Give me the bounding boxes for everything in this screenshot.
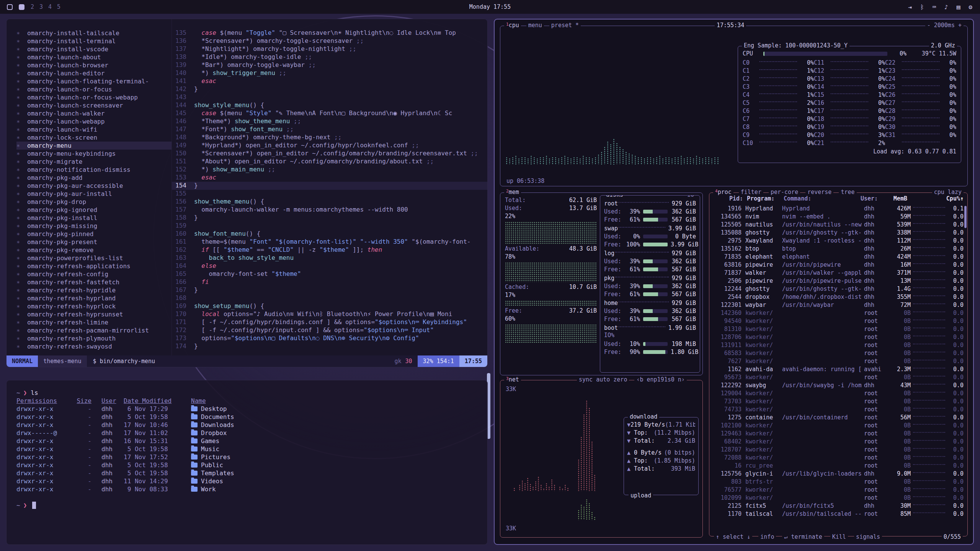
code-line[interactable]: 147 *Font*) show_font_menu ;;	[172, 126, 487, 134]
code-line[interactable]: 161 theme=$(menu "Font" "$(omarchy-font-…	[172, 238, 487, 246]
code-line[interactable]: 154}	[172, 182, 487, 190]
file-item[interactable]: ∗omarchy-migrate	[16, 158, 172, 166]
process-row[interactable]: 1275 containe /usr/bin/containerd root 5…	[712, 413, 964, 421]
process-row[interactable]: 131911 kworker/ root 0B 0.0	[712, 341, 964, 349]
code-line[interactable]: 150 *Screensaver*) open_in_editor ~/.con…	[172, 150, 487, 158]
file-item[interactable]: ∗omarchy-refresh-swayosd	[16, 342, 172, 350]
file-item[interactable]: ∗omarchy-install-vscode	[16, 45, 172, 53]
process-row[interactable]: 63816 pipewire /usr/bin/pipewire dhh 16M…	[712, 261, 964, 269]
process-row[interactable]: 122292 swaybg /usr/bin/swaybg -i /hom dh…	[712, 381, 964, 389]
file-item[interactable]: ∗omarchy-refresh-plymouth	[16, 334, 172, 342]
file-item[interactable]: ∗omarchy-launch-wifi	[16, 126, 172, 134]
code-line[interactable]: 139 *Bar*) omarchy-toggle-waybar ;;	[172, 61, 487, 69]
process-row[interactable]: 128707 kworker/ root 0B 0.0	[712, 445, 964, 453]
process-row[interactable]: 2975 Xwayland Xwayland :1 -rootless - dh…	[712, 236, 964, 245]
cpu-menu-tab[interactable]: menu	[526, 22, 544, 29]
net-tabs[interactable]: sync auto zero	[577, 376, 629, 383]
process-row[interactable]: 1916 Hyprland Hyprland dhh 426M 0.1	[712, 204, 964, 212]
col-program[interactable]: Program:	[743, 195, 784, 202]
process-row[interactable]: 95673 kworker/ root 0B 0.0	[712, 373, 964, 381]
file-item[interactable]: ∗omarchy-pkg-add	[16, 174, 172, 182]
process-row[interactable]: 76577 kworker/ root 0B 0.0	[712, 486, 964, 494]
tray-icon[interactable]: ▤	[957, 3, 960, 11]
tray-icon[interactable]: ♪	[944, 3, 948, 11]
code-line[interactable]: 146 *Theme*) show_theme_menu ;;	[172, 117, 487, 126]
tray-icon[interactable]: ᛒ	[920, 3, 924, 11]
code-line[interactable]: 153 esac	[172, 174, 487, 182]
file-item[interactable]: ∗omarchy-pkg-ignored	[16, 206, 172, 214]
process-row[interactable]: 74733 kworker/ root 0B 0.0	[712, 405, 964, 413]
file-item[interactable]: ∗omarchy-refresh-config	[16, 270, 172, 278]
file-item[interactable]: ∗omarchy-launch-floating-terminal-	[16, 77, 172, 85]
code-line[interactable]: 168	[172, 294, 487, 302]
file-item[interactable]: ∗omarchy-refresh-fastfetch	[16, 278, 172, 286]
update-interval-control[interactable]: - 2000ms +	[925, 22, 964, 29]
proc-tab[interactable]: tree	[839, 189, 856, 196]
col-pid[interactable]: Pid:	[713, 195, 743, 202]
file-item[interactable]: ∗omarchy-launch-editor	[16, 69, 172, 77]
proc-sort-mode-tab[interactable]: cpu lazy	[932, 189, 964, 196]
code-line[interactable]: 156show_theme_menu() {	[172, 198, 487, 206]
code-line[interactable]: 140 *) show_trigger_menu ;;	[172, 69, 487, 77]
code-line[interactable]: 141 esac	[172, 77, 487, 85]
file-item[interactable]: ∗omarchy-refresh-hypridle	[16, 286, 172, 294]
cpu-preset-tab[interactable]: preset *	[549, 22, 581, 29]
process-row[interactable]: 135088 ghostty /usr/bin/ghostty --gtk- d…	[712, 228, 964, 236]
code-line[interactable]: 173 options="$options\n▢ Defaults\n◌ DNS…	[172, 334, 487, 342]
proc-scrollbar[interactable]	[964, 206, 967, 228]
code-line[interactable]: 143	[172, 93, 487, 101]
code-line[interactable]: 159	[172, 222, 487, 230]
code-line[interactable]: 151 *About*) open_in_editor ~/.config/om…	[172, 158, 487, 166]
col-mem[interactable]: MemB	[886, 195, 907, 202]
process-row[interactable]: 72088 kworker/ root 0B 0.0	[712, 453, 964, 461]
process-row[interactable]: 7627 kworker/ root 0B 0.0	[712, 357, 964, 365]
file-item[interactable]: ∗omarchy-powerprofiles-list	[16, 254, 172, 262]
process-row[interactable]: 129004 kworker/ root 0B 0.0	[712, 389, 964, 397]
code-line[interactable]: 171 [ -f ~/.config/hypr/bindings.conf ] …	[172, 318, 487, 326]
process-row[interactable]: 68402 kworker/ root 0B 0.0	[712, 437, 964, 445]
code-line[interactable]: 166 fi	[172, 278, 487, 286]
process-row[interactable]: 81310 kworker/ root 0B 0.0	[712, 325, 964, 333]
file-item[interactable]: ∗omarchy-menu-keybindings	[16, 150, 172, 158]
file-item[interactable]: ∗omarchy-refresh-hyprlock	[16, 302, 172, 310]
process-row[interactable]: 142360 kworker/ root 0B 0.0	[712, 309, 964, 317]
code-line[interactable]: 170 local options="♪ Audio\n≋ Wifi\nᛒ Bl…	[172, 310, 487, 318]
process-row[interactable]: 125756 glycin-i /usr/lib/glycin-loaders …	[712, 469, 964, 478]
col-command[interactable]: Command:	[784, 195, 861, 202]
process-row[interactable]: 134565 nvim nvim --embed . dhh 59M 0.0	[712, 212, 964, 220]
process-row[interactable]: 2125 fcitx5 /usr/bin/fcitx5 dhh 30M 0.0	[712, 502, 964, 510]
process-row[interactable]: 16 rcu_pree root 0B 0.0	[712, 461, 964, 469]
file-item[interactable]: ∗omarchy-pkg-present	[16, 238, 172, 246]
file-item[interactable]: ∗omarchy-pkg-missing	[16, 222, 172, 230]
process-row[interactable]: 71837 walker /usr/bin/walker --gappl dhh…	[712, 269, 964, 277]
process-row[interactable]: 2506 pipewire /usr/bin/pipewire-pulse dh…	[712, 277, 964, 285]
code-line[interactable]: 172 [ -f ~/.config/hypr/input.conf ] && …	[172, 326, 487, 334]
code-line[interactable]: 160show_font_menu() {	[172, 230, 487, 238]
process-row[interactable]: 12244 ghostty /usr/bin/ghostty --gtk- dh…	[712, 285, 964, 293]
code-line[interactable]: 174}	[172, 342, 487, 350]
code-line[interactable]: 163 back_to show_style_menu	[172, 254, 487, 262]
file-item[interactable]: ∗omarchy-pkg-drop	[16, 198, 172, 206]
file-item[interactable]: ∗omarchy-install-tailscale	[16, 29, 172, 37]
code-line[interactable]: 167}	[172, 286, 487, 294]
code-line[interactable]: 144show_style_menu() {	[172, 101, 487, 109]
io-tab[interactable]: io	[685, 195, 696, 198]
process-row[interactable]: 122301 waybar /usr/bin/waybar dhh 72M 0.…	[712, 301, 964, 309]
file-item[interactable]: ∗omarchy-pkg-remove	[16, 246, 172, 254]
tray-icon[interactable]: ⚙	[969, 3, 972, 11]
proc-footer-action[interactable]: Kill	[830, 533, 848, 540]
file-item[interactable]: ∗omarchy-launch-webapp	[16, 117, 172, 126]
col-cpu[interactable]: Cpu%	[944, 195, 960, 202]
disks-tab[interactable]: disks	[604, 195, 625, 198]
process-row[interactable]: 102100 kworker/ root 0B 0.0	[712, 421, 964, 429]
code-line[interactable]: 157 omarchy-launch-walker -m menus:omarc…	[172, 206, 487, 214]
file-item[interactable]: ∗omarchy-launch-browser	[16, 61, 172, 69]
code-line[interactable]: 169show_setup_menu() {	[172, 302, 487, 310]
file-item[interactable]: ∗omarchy-pkg-aur-install	[16, 190, 172, 198]
process-row[interactable]: 125505 nautilus /usr/bin/nautilus --new …	[712, 220, 964, 228]
code-line[interactable]: 155	[172, 190, 487, 198]
process-row[interactable]: 803 btrfs-tr root 0B 0.0	[712, 478, 964, 486]
code-pane[interactable]: 135 case $(menu "Toggle" "▢ Screensaver\…	[172, 19, 487, 355]
process-row[interactable]: 129463 kworker/ root 0B 0.0	[712, 429, 964, 437]
file-item[interactable]: ∗omarchy-refresh-applications	[16, 262, 172, 270]
